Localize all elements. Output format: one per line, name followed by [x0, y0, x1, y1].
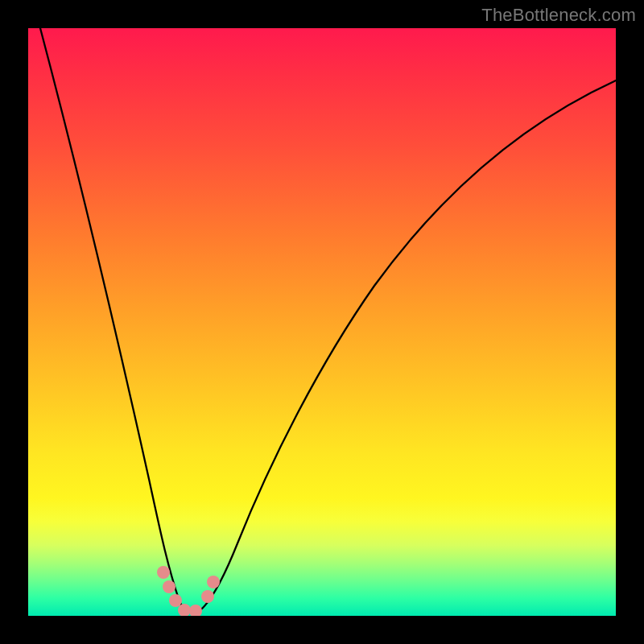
marker-dot — [157, 566, 170, 579]
marker-dot — [189, 605, 202, 616]
marker-dot — [178, 604, 191, 616]
chart-frame: TheBottleneck.com — [0, 0, 644, 644]
curve-left — [40, 28, 180, 601]
marker-dot — [163, 580, 175, 593]
marker-dot — [201, 590, 214, 603]
plot-area — [28, 28, 616, 616]
marker-dot — [207, 576, 220, 588]
bottleneck-curve — [28, 28, 616, 616]
marker-dot — [169, 594, 182, 607]
watermark-text: TheBottleneck.com — [481, 5, 636, 26]
curve-right — [196, 80, 616, 613]
